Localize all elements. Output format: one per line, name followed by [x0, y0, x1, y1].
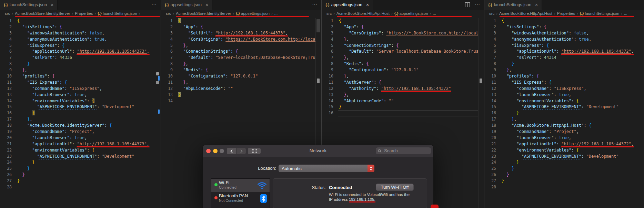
line-number: 13: [161, 92, 173, 98]
line-text: "IIS Express": {: [17, 80, 67, 86]
line-text: },: [17, 67, 27, 73]
tab-appsettings.json[interactable]: {..}appsettings.json×: [161, 0, 212, 10]
line-text: "iisExpress": {: [17, 43, 64, 49]
forward-button[interactable]: [237, 148, 246, 154]
line-text: },: [502, 116, 516, 123]
json-file-icon: {..}: [488, 3, 492, 7]
tab-launchSettings.json[interactable]: {..}launchSettings.json×: [0, 0, 58, 10]
minimize-window-button[interactable]: [213, 149, 218, 153]
code-line: 28: [484, 184, 638, 190]
line-text: "ConnectionStrings": {: [178, 49, 238, 55]
line-number: 11: [161, 80, 173, 86]
breadcrumb-item[interactable]: Properties: [557, 11, 575, 15]
more-actions-icon[interactable]: ⋯: [475, 2, 480, 8]
breadcrumb-item[interactable]: appsettings.json: [241, 11, 270, 15]
code-line: 9 "Configuration": "127.0.0.1": [322, 67, 479, 73]
line-text: "commandName": "IISExpress",: [502, 86, 586, 92]
line-number: 9: [0, 67, 12, 73]
line-text: "ConnectionStrings": {: [339, 43, 399, 49]
breadcrumb-item[interactable]: ...: [624, 11, 627, 15]
close-window-button[interactable]: [206, 149, 211, 153]
breadcrumb-item[interactable]: appsettings.json: [399, 11, 428, 15]
breadcrumb-item[interactable]: Acme.BookStore.IdentityServer: [176, 11, 231, 15]
close-tab-icon[interactable]: ×: [205, 2, 208, 7]
show-all-preferences-button[interactable]: [248, 148, 261, 154]
location-dropdown[interactable]: Automatic: [279, 165, 374, 172]
line-number: 23: [0, 154, 12, 160]
code-line: 21 "applicationUrl": "http://192.168.1.1…: [0, 141, 155, 147]
code-line: 9 },: [484, 67, 638, 73]
search-input[interactable]: [383, 148, 429, 154]
code-line: 12 "Authority": "http://192.168.1.105:44…: [322, 86, 479, 92]
tab-launchSettings.json[interactable]: {..}launchSettings.json×: [484, 0, 542, 10]
code-line: 20 "launchBrowser": true,: [484, 135, 638, 141]
tab-actions: ⋯: [312, 0, 317, 10]
code-line: 4 },: [322, 37, 479, 43]
line-text: "launchBrowser": true,: [17, 92, 87, 98]
breadcrumb-item[interactable]: src: [489, 11, 494, 15]
search-field[interactable]: [376, 147, 431, 154]
editor-pane: {..}launchSettings.json×⋯src›Acme.BookSt…: [0, 0, 161, 208]
breadcrumb: src›Acme.BookStore.IdentityServer›{..}ap…: [161, 10, 321, 17]
line-text: }: [17, 166, 30, 172]
scrollbar[interactable]: [155, 18, 161, 208]
line-number: 21: [484, 141, 496, 147]
more-actions-icon[interactable]: ⋯: [151, 2, 157, 8]
line-text: }: [502, 172, 509, 178]
breadcrumb-item[interactable]: Acme.BookStore.HttpApi.Host: [336, 11, 390, 15]
breadcrumb-item[interactable]: Acme.BookStore.HttpApi.Host: [499, 11, 552, 15]
breadcrumb-item[interactable]: ...: [274, 11, 278, 15]
breadcrumb-item[interactable]: Acme.BookStore.IdentityServer: [15, 11, 70, 15]
line-text: {: [17, 18, 20, 24]
line-number: 8: [322, 61, 333, 67]
line-text: "Redis": {: [339, 61, 369, 67]
breadcrumb-item[interactable]: launchSettings.json: [585, 11, 620, 15]
line-number: 7: [484, 55, 496, 61]
close-tab-icon[interactable]: ×: [51, 2, 53, 7]
close-tab-icon[interactable]: ×: [366, 2, 369, 7]
line-text: "launchBrowser": true,: [502, 135, 571, 141]
zoom-window-button[interactable]: [220, 149, 224, 153]
line-text: "launchBrowser": true,: [502, 92, 571, 98]
breadcrumb-item[interactable]: src: [5, 11, 10, 15]
line-number: 17: [484, 116, 496, 123]
code-editor[interactable]: 1{2 "iisSettings": {3 "windowsAuthentica…: [484, 18, 638, 208]
code-line: 8 "Redis": {: [322, 61, 479, 67]
line-text: "App": {: [339, 24, 364, 30]
annotation-underline: [15, 16, 160, 17]
breadcrumb-item[interactable]: launchSettings.json: [103, 11, 137, 15]
service-row-Wi-Fi[interactable]: Wi-FiConnected: [211, 179, 270, 192]
line-number: 19: [0, 129, 12, 135]
more-actions-icon[interactable]: ⋯: [312, 2, 317, 8]
code-line: 18 "Acme.BookStore.IdentityServer": {: [0, 123, 155, 129]
code-line: 8 },: [161, 61, 316, 67]
line-text: "AbpLicenseCode": "": [178, 86, 233, 92]
tab-actions: ⋯: [465, 0, 480, 10]
close-tab-icon[interactable]: ×: [535, 2, 538, 7]
line-number: 27: [0, 178, 12, 184]
breadcrumb-separator-icon: ›: [95, 11, 96, 15]
code-editor[interactable]: 1{2 "iisSettings": {3 "windowsAuthentica…: [0, 18, 155, 208]
line-text: "commandName": "Project",: [17, 129, 94, 135]
line-number: 12: [322, 86, 333, 92]
line-text: "applicationUrl": "http://192.168.1.105:…: [17, 49, 149, 55]
code-line: 11 "IIS Express": {: [0, 80, 155, 86]
scrollbar[interactable]: [638, 18, 644, 208]
tab-bar: {..}appsettings.json×⋯: [322, 0, 484, 10]
scrollbar[interactable]: [478, 18, 484, 208]
breadcrumb-item[interactable]: Properties: [75, 11, 93, 15]
service-row-Bluetooth PAN[interactable]: Bluetooth PANNot Connected: [211, 192, 270, 205]
line-text: "ASPNETCORE_ENVIRONMENT": "Development": [17, 154, 134, 160]
code-line: 11 "IIS Express": {: [484, 80, 638, 86]
breadcrumb-item[interactable]: src: [326, 11, 332, 15]
turn-wifi-off-button[interactable]: Turn Wi-Fi Off: [376, 184, 414, 191]
breadcrumb-item[interactable]: src: [166, 11, 171, 15]
tab-appsettings.json[interactable]: {..}appsettings.json×: [322, 0, 373, 10]
split-editor-icon[interactable]: [465, 2, 470, 7]
code-line: 19 "commandName": "Project",: [0, 129, 155, 135]
window-titlebar[interactable]: Network: [203, 145, 433, 157]
breadcrumb-item[interactable]: ...: [433, 11, 436, 15]
line-text: }: [502, 110, 519, 116]
back-button[interactable]: [227, 148, 236, 154]
line-text: }: [17, 110, 35, 116]
